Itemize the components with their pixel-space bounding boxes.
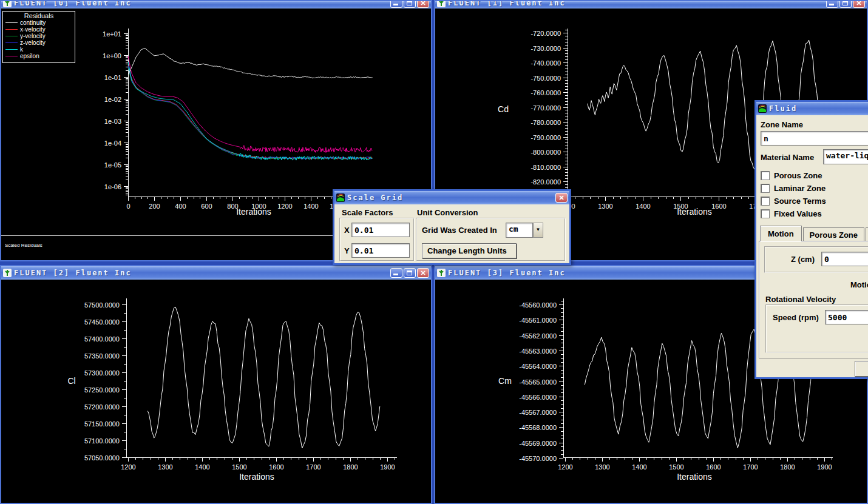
minimize-button[interactable]	[390, 268, 402, 278]
scale-factors-label: Scale Factors	[342, 208, 393, 217]
svg-text:57350.0000: 57350.0000	[84, 352, 120, 360]
checkbox-box[interactable]	[761, 171, 770, 180]
svg-text:-45567.0000: -45567.0000	[519, 409, 557, 416]
window-1-titlebar[interactable]: FLUENT [1] Fluent Inc ✕	[435, 1, 867, 8]
change-length-units-button[interactable]: Change Length Units	[422, 243, 517, 258]
svg-text:-800.0000: -800.0000	[531, 149, 561, 156]
legend-label: epsilon	[20, 53, 39, 59]
svg-text:1700: 1700	[306, 463, 320, 471]
z-axis-input[interactable]	[821, 252, 868, 266]
plot-caption: Scaled Residuals	[5, 243, 42, 248]
svg-text:Cl: Cl	[67, 376, 75, 386]
maximize-button[interactable]	[404, 268, 416, 278]
svg-text:1300: 1300	[598, 203, 612, 210]
svg-text:1600: 1600	[706, 463, 721, 471]
svg-text:-780.0000: -780.0000	[531, 119, 561, 126]
length-unit-value[interactable]: cm	[506, 223, 533, 238]
svg-text:1200: 1200	[277, 203, 292, 210]
length-unit-dropdown[interactable]: cm ▼	[506, 223, 543, 238]
svg-text:-760.0000: -760.0000	[531, 89, 561, 96]
svg-text:1700: 1700	[743, 463, 758, 471]
tab-porous-zone[interactable]: Porous Zone	[803, 227, 864, 241]
svg-text:1300: 1300	[595, 463, 609, 471]
svg-text:1500: 1500	[669, 463, 683, 471]
fluent-app-icon	[437, 1, 446, 7]
rotational-velocity-label: Rotational Velocity	[765, 295, 836, 304]
residuals-legend: Residuals continuityx-velocityy-velocity…	[2, 11, 75, 63]
svg-text:1e-03: 1e-03	[104, 118, 121, 125]
legend-color-swatch	[5, 36, 18, 36]
grid-created-label: Grid Was Created In	[422, 226, 497, 235]
fluid-titlebar[interactable]: Fluid	[756, 102, 868, 115]
fluid-dialog: Fluid Zone Name Material Name water-liqu…	[754, 100, 868, 379]
svg-text:-750.0000: -750.0000	[531, 75, 561, 82]
checkbox-source-terms[interactable]: Source Terms	[761, 197, 826, 206]
close-button[interactable]: ✕	[417, 1, 429, 8]
dialog-icon	[758, 104, 767, 113]
svg-text:1300: 1300	[158, 463, 172, 471]
svg-text:1400: 1400	[303, 203, 318, 210]
close-button[interactable]: ✕	[853, 1, 865, 8]
maximize-button[interactable]	[404, 1, 416, 8]
tab-motion[interactable]: Motion	[760, 226, 802, 241]
checkbox-box[interactable]	[761, 209, 770, 218]
svg-text:1600: 1600	[269, 463, 283, 471]
checkbox-fixed-values[interactable]: Fixed Values	[761, 209, 822, 218]
svg-text:-45564.0000: -45564.0000	[519, 363, 557, 370]
scale-grid-titlebar[interactable]: Scale Grid ✕	[334, 191, 569, 204]
legend-entry-k: k	[3, 46, 75, 53]
legend-color-swatch	[5, 49, 18, 50]
svg-text:1400: 1400	[195, 463, 209, 471]
svg-text:57050.0000: 57050.0000	[84, 454, 120, 462]
checkbox-laminar-zone[interactable]: Laminar Zone	[761, 184, 826, 193]
window-2-titlebar[interactable]: FLUENT [2] Fluent Inc ✕	[1, 266, 431, 280]
svg-text:200: 200	[149, 203, 160, 210]
svg-text:600: 600	[201, 203, 212, 210]
dialog-title: Scale Grid	[347, 193, 555, 202]
maximize-button[interactable]	[839, 1, 852, 8]
legend-color-swatch	[5, 56, 18, 56]
speed-input[interactable]	[825, 310, 868, 324]
svg-text:-45568.0000: -45568.0000	[519, 424, 557, 431]
svg-text:1200: 1200	[558, 463, 572, 471]
ok-button[interactable]: OK	[855, 361, 868, 377]
window-title: FLUENT [2] Fluent Inc	[14, 269, 390, 277]
checkbox-label: Porous Zone	[774, 171, 822, 180]
legend-label: k	[20, 46, 23, 53]
svg-text:1200: 1200	[121, 463, 135, 471]
fluent-app-icon	[437, 269, 446, 277]
material-value[interactable]: water-liquid	[823, 149, 868, 164]
motion-type-label: Motion T	[850, 280, 868, 289]
checkbox-box[interactable]	[761, 197, 770, 206]
x-factor-input[interactable]	[351, 223, 410, 237]
svg-text:-740.0000: -740.0000	[531, 59, 561, 67]
motion-tab-panel: Z (cm) Motion T Rotational Velocity Spee…	[759, 241, 868, 358]
checkbox-box[interactable]	[761, 184, 770, 193]
legend-label: y-velocity	[20, 33, 46, 39]
dialog-icon	[336, 193, 345, 202]
svg-text:-45563.0000: -45563.0000	[519, 348, 557, 355]
checkbox-porous-zone[interactable]: Porous Zone	[761, 171, 822, 180]
legend-label: continuity	[20, 19, 46, 26]
close-icon[interactable]: ✕	[555, 193, 568, 203]
svg-text:1600: 1600	[711, 203, 726, 210]
minimize-button[interactable]	[826, 1, 838, 8]
scale-factors-group: X Y	[339, 218, 415, 261]
legend-entry-continuity: continuity	[3, 19, 75, 26]
material-dropdown[interactable]: water-liquid	[823, 149, 868, 164]
zone-name-input[interactable]	[761, 131, 868, 146]
svg-text:-810.0000: -810.0000	[531, 164, 561, 171]
checkbox-label: Source Terms	[774, 197, 826, 206]
close-button[interactable]: ✕	[417, 268, 429, 278]
legend-title: Residuals	[3, 12, 75, 19]
svg-text:-45561.0000: -45561.0000	[519, 317, 557, 324]
svg-text:57150.0000: 57150.0000	[84, 420, 120, 428]
window-0-titlebar[interactable]: FLUENT [0] Fluent Inc ✕	[1, 1, 431, 8]
unit-conversion-label: Unit Conversion	[417, 208, 478, 217]
tab-re[interactable]: Re	[866, 227, 868, 241]
minimize-button[interactable]	[390, 1, 402, 8]
y-factor-input[interactable]	[351, 243, 410, 258]
chevron-down-icon[interactable]: ▼	[533, 223, 543, 238]
legend-label: x-velocity	[20, 26, 46, 33]
svg-text:1e-04: 1e-04	[104, 139, 121, 147]
